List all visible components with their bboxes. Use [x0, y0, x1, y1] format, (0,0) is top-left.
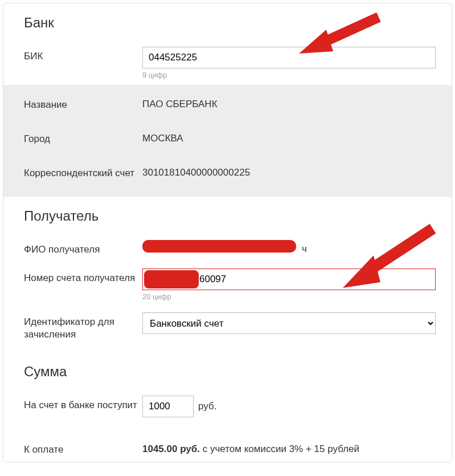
row-fio: ФИО получателя ч — [3, 234, 452, 263]
bik-input[interactable] — [142, 47, 436, 68]
bank-name-value: ПАО СБЕРБАНК — [142, 95, 436, 110]
row-bik: БИК 9 цифр — [3, 41, 452, 85]
label-corr: Корреспондентский счет — [24, 164, 142, 180]
pay-value: 1045.00 руб. с учетом комиссии 3% + 15 р… — [142, 440, 436, 455]
corr-value: 30101810400000000225 — [142, 164, 436, 178]
city-value: МОСКВА — [142, 129, 436, 144]
redaction-bar — [142, 240, 296, 253]
payment-form: Банк БИК 9 цифр Название ПАО СБЕРБАНК Го… — [3, 3, 452, 462]
row-city: Город МОСКВА — [3, 124, 452, 158]
row-corr: Корреспондентский счет 30101810400000000… — [3, 158, 452, 192]
row-receive: На счет в банке поступит руб. — [3, 390, 452, 423]
account-hint: 20 цифр — [142, 292, 436, 301]
bik-hint: 9 цифр — [142, 71, 436, 79]
label-pay: К оплате — [24, 440, 142, 456]
section-header-amount: Сумма — [3, 347, 452, 390]
row-pay: К оплате 1045.00 руб. с учетом комиссии … — [3, 423, 452, 456]
idtype-select[interactable]: Банковский счет — [142, 312, 436, 334]
label-bank-name: Название — [24, 95, 142, 111]
label-account: Номер счета получателя — [24, 268, 142, 284]
label-fio: ФИО получателя — [24, 240, 142, 256]
row-idtype: Идентификатор для зачисления Банковский … — [3, 307, 452, 347]
section-header-recipient: Получатель — [3, 197, 452, 234]
label-receive: На счет в банке поступит — [24, 396, 142, 412]
fio-value: ч — [142, 240, 436, 255]
bank-details-block: Название ПАО СБЕРБАНК Город МОСКВА Корре… — [3, 85, 452, 197]
row-bank-name: Название ПАО СБЕРБАНК — [3, 89, 452, 124]
amount-input[interactable] — [142, 396, 194, 417]
section-header-bank: Банк — [3, 3, 452, 41]
label-bik: БИК — [24, 47, 142, 63]
row-account: Номер счета получателя 20 цифр — [3, 263, 452, 307]
label-idtype: Идентификатор для зачисления — [24, 312, 142, 341]
redaction-bar — [144, 270, 199, 288]
label-city: Город — [24, 129, 142, 145]
amount-unit: руб. — [198, 401, 216, 412]
